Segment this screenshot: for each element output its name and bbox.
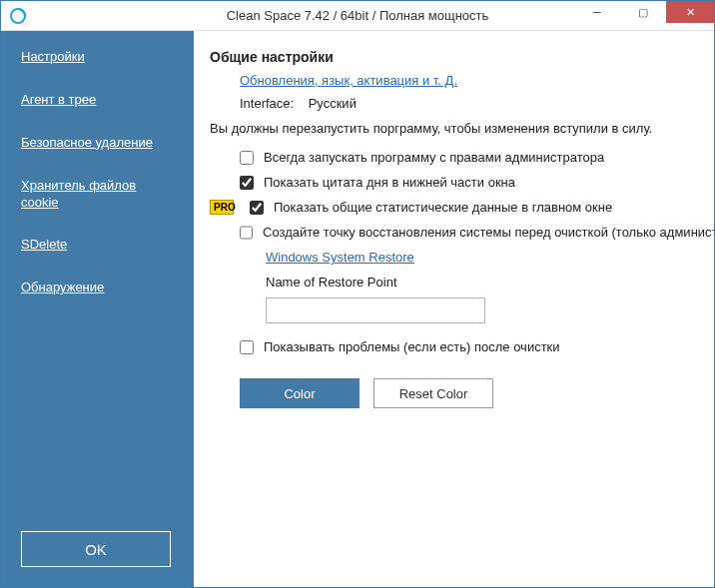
color-button[interactable]: Color: [240, 378, 359, 408]
checkbox-show-stats[interactable]: [250, 201, 264, 215]
interface-value: Русский: [309, 96, 357, 111]
content-area: Общие настройки Обновления, язык, актива…: [194, 31, 714, 587]
sidebar-item-sdelete[interactable]: SDelete: [1, 237, 194, 254]
ok-button[interactable]: OK: [21, 531, 171, 567]
sidebar-item-tray-agent[interactable]: Агент в трее: [1, 92, 194, 109]
checkbox-create-restore-point[interactable]: [240, 226, 253, 240]
restart-note: Вы должны перезапустить порграмму, чтобы…: [210, 121, 704, 136]
section-heading: Общие настройки: [210, 49, 704, 65]
label-run-as-admin: Всегда запускать программу с правами адм…: [264, 150, 604, 165]
checkbox-show-problems[interactable]: [240, 340, 254, 354]
sidebar-item-settings[interactable]: Настройки: [1, 49, 194, 66]
window-controls: ─ ▢ ✕: [574, 1, 714, 30]
sidebar: Настройки Агент в трее Безопасное удален…: [1, 31, 194, 587]
label-create-restore-point: Создайте точку восстановления системы пе…: [263, 225, 714, 240]
titlebar: Clean Space 7.42 / 64bit / Полная мощнос…: [1, 1, 714, 31]
updates-link[interactable]: Обновления, язык, активация и т. Д.: [240, 73, 457, 88]
app-icon: [7, 5, 29, 27]
checkbox-quote-of-day[interactable]: [240, 176, 254, 190]
label-show-problems: Показывать проблемы (если есть) после оч…: [264, 339, 560, 354]
label-show-stats: Показать общие статистические данные в г…: [274, 200, 612, 215]
sidebar-item-cookie-keeper[interactable]: Хранитель файлов cookie: [1, 178, 194, 212]
reset-color-button[interactable]: Reset Color: [373, 378, 493, 408]
sidebar-item-secure-delete[interactable]: Безопасное удаление: [1, 135, 194, 152]
maximize-button[interactable]: ▢: [620, 1, 666, 23]
restore-point-name-label: Name of Restore Point: [266, 275, 704, 290]
close-button[interactable]: ✕: [666, 1, 714, 23]
minimize-button[interactable]: ─: [574, 1, 620, 23]
pro-badge: PRO: [210, 200, 234, 215]
label-quote-of-day: Показать цитата дня в нижней части окна: [264, 175, 515, 190]
checkbox-run-as-admin[interactable]: [240, 151, 254, 165]
windows-system-restore-link[interactable]: Windows System Restore: [266, 250, 414, 265]
restore-point-name-input[interactable]: [266, 297, 485, 323]
interface-label: Interface:: [240, 96, 294, 111]
sidebar-item-detection[interactable]: Обнаружение: [1, 280, 194, 296]
